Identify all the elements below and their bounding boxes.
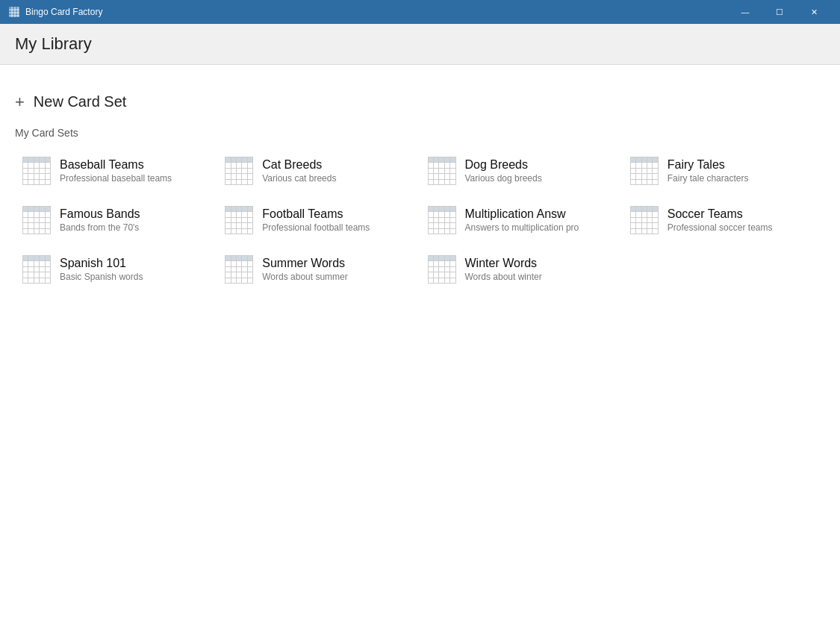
card-subtitle: Answers to multiplication pro xyxy=(465,222,579,233)
card-title: Spanish 101 xyxy=(60,257,143,270)
card-set-item[interactable]: Winter WordsWords about winter xyxy=(420,245,623,294)
titlebar-left: Bingo Card Factory xyxy=(9,7,102,17)
bingo-grid-icon xyxy=(22,206,51,234)
app-title: Bingo Card Factory xyxy=(25,7,102,17)
card-title: Famous Bands xyxy=(60,207,140,221)
page-title: My Library xyxy=(15,34,825,54)
bingo-grid-icon xyxy=(428,255,456,284)
page-header: My Library xyxy=(0,24,840,65)
card-set-item[interactable]: Cat BreedsVarious cat breeds xyxy=(217,146,420,195)
card-subtitle: Bands from the 70's xyxy=(60,222,140,233)
card-subtitle: Professional soccer teams xyxy=(668,222,773,233)
card-subtitle: Fairy tale characters xyxy=(668,173,749,184)
card-set-item[interactable]: Fairy TalesFairy tale characters xyxy=(623,146,825,195)
card-title: Fairy Tales xyxy=(668,158,749,172)
new-card-set-label: New Card Set xyxy=(34,93,127,110)
bingo-grid-icon xyxy=(225,157,253,185)
bingo-grid-icon xyxy=(22,255,51,284)
card-title: Dog Breeds xyxy=(465,158,542,172)
card-set-item[interactable]: Football TeamsProfessional football team… xyxy=(217,195,420,245)
card-title: Football Teams xyxy=(262,207,370,221)
titlebar-controls: — ☐ ✕ xyxy=(728,0,831,24)
card-set-item[interactable]: Dog BreedsVarious dog breeds xyxy=(420,146,623,195)
card-set-item[interactable]: Summer WordsWords about summer xyxy=(217,245,420,294)
card-subtitle: Words about summer xyxy=(262,272,348,282)
card-grid: Baseball TeamsProfessional baseball team… xyxy=(15,146,825,294)
bingo-grid-icon xyxy=(630,157,659,185)
card-title: Summer Words xyxy=(262,257,348,270)
card-set-item[interactable]: Spanish 101Basic Spanish words xyxy=(15,245,217,294)
card-title: Winter Words xyxy=(465,257,542,270)
bingo-grid-icon xyxy=(630,206,659,234)
main-content: + New Card Set My Card Sets Baseball Tea… xyxy=(0,65,840,309)
titlebar: Bingo Card Factory — ☐ ✕ xyxy=(0,0,840,24)
card-subtitle: Various cat breeds xyxy=(262,173,336,184)
card-set-item[interactable]: Soccer TeamsProfessional soccer teams xyxy=(623,195,825,245)
card-set-item[interactable]: Multiplication AnswAnswers to multiplica… xyxy=(420,195,623,245)
card-subtitle: Various dog breeds xyxy=(465,173,542,184)
card-set-item[interactable]: Famous BandsBands from the 70's xyxy=(15,195,217,245)
bingo-grid-icon xyxy=(225,206,253,234)
new-card-set-button[interactable]: + New Card Set xyxy=(15,80,126,124)
bingo-grid-icon xyxy=(225,255,253,284)
bingo-grid-icon xyxy=(428,206,456,234)
bingo-grid-icon xyxy=(22,157,51,185)
card-subtitle: Basic Spanish words xyxy=(60,272,143,282)
card-set-item[interactable]: Baseball TeamsProfessional baseball team… xyxy=(15,146,217,195)
bingo-grid-icon xyxy=(428,157,456,185)
close-button[interactable]: ✕ xyxy=(797,0,831,24)
app-icon xyxy=(9,7,19,17)
maximize-button[interactable]: ☐ xyxy=(762,0,797,24)
card-title: Soccer Teams xyxy=(668,207,773,221)
minimize-button[interactable]: — xyxy=(728,0,762,24)
card-title: Cat Breeds xyxy=(262,158,336,172)
card-title: Baseball Teams xyxy=(60,158,172,172)
card-title: Multiplication Answ xyxy=(465,207,579,221)
card-subtitle: Professional football teams xyxy=(262,222,370,233)
plus-icon: + xyxy=(15,94,25,110)
card-subtitle: Professional baseball teams xyxy=(60,173,172,184)
section-header: My Card Sets xyxy=(15,127,825,139)
card-subtitle: Words about winter xyxy=(465,272,542,282)
